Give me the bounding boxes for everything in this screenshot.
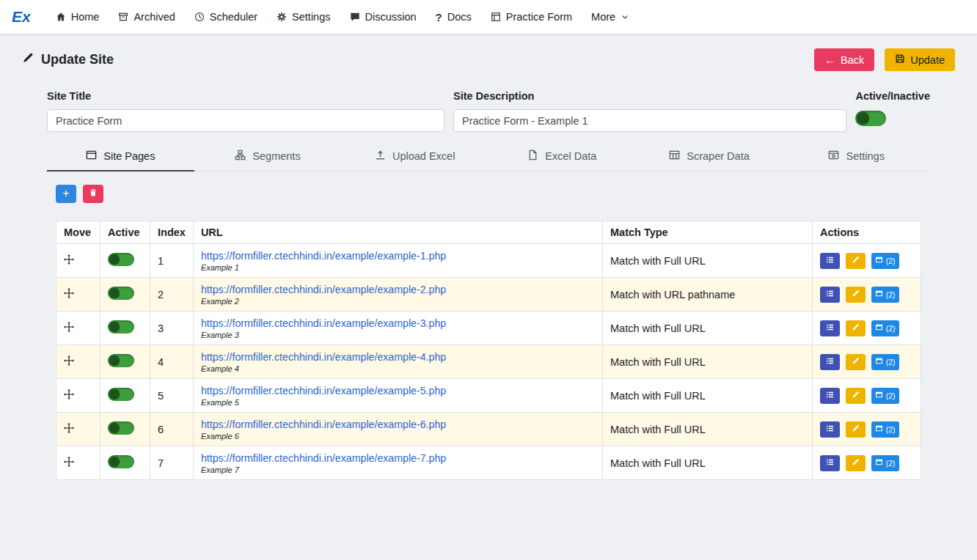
tab-label: Excel Data	[545, 150, 596, 162]
row-data-count: (2)	[886, 257, 896, 265]
row-url-link[interactable]: https://formfiller.ctechhindi.in/example…	[201, 419, 446, 430]
row-fields-button[interactable]	[820, 354, 840, 370]
move-handle-icon[interactable]	[64, 288, 74, 298]
move-handle-icon[interactable]	[64, 389, 74, 399]
row-edit-button[interactable]	[846, 287, 866, 303]
active-inactive-label: Active/Inactive	[855, 90, 930, 102]
app-logo[interactable]: Ex	[12, 8, 31, 26]
tab-scraper-data[interactable]: Scraper Data	[636, 144, 783, 172]
row-active-toggle[interactable]	[108, 455, 134, 468]
row-active-toggle[interactable]	[108, 253, 134, 266]
list-icon	[826, 457, 834, 468]
row-active-toggle[interactable]	[108, 354, 134, 367]
move-handle-icon[interactable]	[64, 254, 74, 265]
site-pages-table-body: 1 https://formfiller.ctechhindi.in/examp…	[56, 244, 921, 480]
row-page-title: Example 3	[201, 331, 595, 339]
nav-item-discussion[interactable]: Discussion	[350, 11, 417, 23]
row-active-toggle[interactable]	[108, 320, 134, 334]
add-page-button[interactable]: +	[56, 185, 76, 203]
table-row: 5 https://formfiller.ctechhindi.in/examp…	[56, 379, 921, 413]
row-fields-button[interactable]	[820, 253, 840, 269]
nav-item-docs[interactable]: ? Docs	[436, 11, 472, 23]
row-url-link[interactable]: https://formfiller.ctechhindi.in/example…	[201, 250, 446, 262]
row-fields-button[interactable]	[820, 421, 840, 438]
tab-site-pages[interactable]: Site Pages	[47, 144, 194, 172]
column-header-url: URL	[193, 221, 602, 244]
nav-item-settings[interactable]: Settings	[277, 11, 330, 23]
row-data-button[interactable]: (2)	[871, 287, 899, 303]
nav-label: Practice Form	[506, 11, 572, 23]
row-active-toggle[interactable]	[108, 421, 134, 435]
nav-item-more[interactable]: More	[591, 11, 629, 23]
nav-item-practice-form[interactable]: Practice Form	[491, 11, 572, 23]
row-data-button[interactable]: (2)	[871, 354, 899, 370]
move-handle-icon[interactable]	[64, 457, 74, 467]
toggle-knob	[857, 112, 869, 125]
move-handle-icon[interactable]	[64, 423, 74, 433]
move-handle-icon[interactable]	[64, 355, 74, 366]
row-data-button[interactable]: (2)	[871, 455, 899, 471]
row-data-button[interactable]: (2)	[871, 253, 899, 269]
tab-excel-data[interactable]: Excel Data	[488, 144, 636, 172]
row-edit-button[interactable]	[846, 388, 866, 404]
top-navbar: Ex Home Archived Scheduler Settings Disc…	[0, 0, 977, 34]
table-row: 4 https://formfiller.ctechhindi.in/examp…	[56, 345, 921, 379]
table-icon	[669, 150, 680, 163]
site-title-input[interactable]	[47, 109, 444, 132]
tab-segments[interactable]: Segments	[194, 144, 342, 172]
toggle-knob	[109, 355, 120, 366]
tab-upload-excel[interactable]: Upload Excel	[341, 144, 488, 172]
page-header: Update Site ← Back Update	[22, 48, 955, 71]
row-data-count: (2)	[886, 358, 896, 366]
delete-pages-button[interactable]	[83, 185, 103, 203]
site-description-input[interactable]	[453, 109, 846, 132]
list-icon	[826, 289, 834, 300]
back-button-label: Back	[841, 54, 864, 66]
move-handle-icon[interactable]	[64, 322, 74, 332]
row-fields-button[interactable]	[820, 287, 840, 303]
column-header-move: Move	[56, 221, 100, 244]
row-edit-button[interactable]	[846, 421, 866, 438]
update-button-label: Update	[910, 54, 945, 66]
home-icon	[56, 12, 66, 22]
row-url-link[interactable]: https://formfiller.ctechhindi.in/example…	[201, 452, 446, 464]
row-active-toggle[interactable]	[108, 388, 134, 401]
tab-label: Segments	[252, 150, 300, 162]
upload-icon	[375, 150, 386, 163]
pencil-icon	[852, 424, 860, 435]
table-row: 2 https://formfiller.ctechhindi.in/examp…	[56, 278, 921, 312]
row-edit-button[interactable]	[846, 253, 866, 269]
update-button[interactable]: Update	[885, 48, 955, 71]
nav-label: Discussion	[365, 11, 417, 23]
toggle-knob	[109, 423, 120, 433]
row-fields-button[interactable]	[820, 388, 840, 404]
window-data-icon	[875, 323, 883, 333]
row-url-link[interactable]: https://formfiller.ctechhindi.in/example…	[201, 284, 446, 295]
row-url-link[interactable]: https://formfiller.ctechhindi.in/example…	[201, 385, 446, 397]
row-fields-button[interactable]	[820, 455, 840, 471]
active-toggle[interactable]	[855, 111, 886, 126]
row-edit-button[interactable]	[846, 455, 866, 471]
toggle-knob	[109, 254, 120, 265]
row-data-button[interactable]: (2)	[871, 421, 899, 438]
nav-label: Home	[71, 11, 100, 23]
row-url-link[interactable]: https://formfiller.ctechhindi.in/example…	[201, 317, 446, 329]
row-data-button[interactable]: (2)	[871, 388, 899, 404]
row-active-toggle[interactable]	[108, 287, 134, 300]
row-edit-button[interactable]	[846, 354, 866, 370]
nav-item-home[interactable]: Home	[56, 11, 100, 23]
row-match-type: Match with Full URL	[610, 356, 706, 368]
list-icon	[826, 323, 834, 334]
row-url-link[interactable]: https://formfiller.ctechhindi.in/example…	[201, 351, 446, 363]
nav-item-archived[interactable]: Archived	[118, 11, 175, 23]
back-button[interactable]: ← Back	[814, 48, 874, 71]
pencil-icon	[852, 356, 860, 367]
row-data-button[interactable]: (2)	[871, 320, 899, 336]
row-index: 6	[158, 424, 164, 435]
nav-item-scheduler[interactable]: Scheduler	[194, 11, 257, 23]
row-fields-button[interactable]	[820, 320, 840, 336]
tab-bar: Site Pages Segments Upload Excel Excel D…	[47, 144, 930, 172]
tab-settings[interactable]: Settings	[783, 144, 930, 172]
row-edit-button[interactable]	[846, 320, 866, 336]
table-row: 6 https://formfiller.ctechhindi.in/examp…	[56, 413, 921, 446]
